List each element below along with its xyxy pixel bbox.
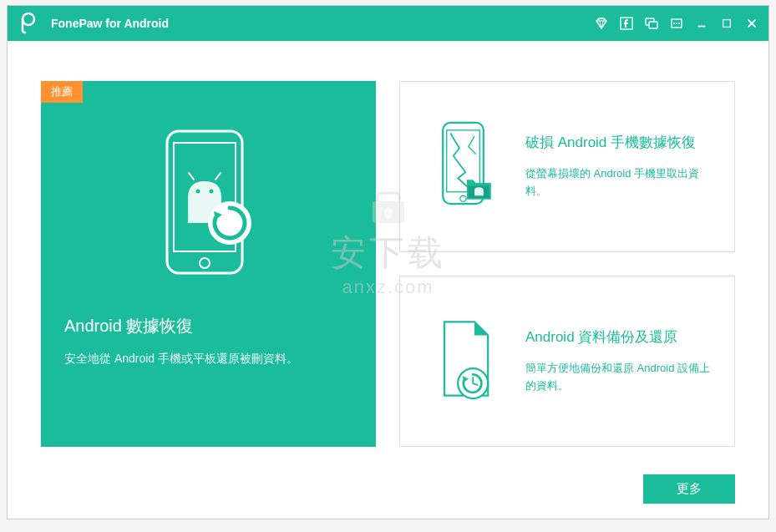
broken-android-recovery-card[interactable]: 破損 Android 手機數據恢復 從螢幕損壞的 Android 手機里取出資料… — [399, 81, 735, 252]
svg-line-18 — [216, 173, 221, 180]
svg-point-16 — [209, 190, 213, 194]
facebook-icon[interactable] — [620, 17, 633, 30]
main-card-text: Android 數據恢復 安全地從 Android 手機或平板還原被刪資料。 — [41, 315, 376, 367]
svg-point-0 — [23, 13, 34, 25]
broken-recovery-description: 從螢幕損壞的 Android 手機里取出資料。 — [525, 165, 718, 200]
main-card-description: 安全地從 Android 手機或平板還原被刪資料。 — [64, 349, 352, 367]
backup-restore-card[interactable]: Android 資料備份及還原 簡單方便地備份和還原 Android 設備上的資… — [399, 276, 735, 447]
svg-point-6 — [676, 23, 677, 24]
svg-rect-9 — [723, 20, 731, 28]
recommended-badge: 推薦 — [41, 81, 83, 103]
content-area: 推薦 Android — [8, 41, 768, 464]
svg-point-15 — [195, 190, 200, 194]
svg-point-5 — [673, 23, 675, 24]
broken-phone-icon — [417, 117, 517, 217]
svg-point-7 — [678, 23, 680, 24]
android-data-recovery-card[interactable]: 推薦 Android — [41, 81, 376, 447]
backup-restore-description: 簡單方便地備份和還原 Android 設備上的資料。 — [525, 360, 718, 395]
diamond-icon[interactable] — [595, 17, 608, 30]
svg-point-22 — [460, 195, 466, 201]
backup-restore-title: Android 資料備份及還原 — [525, 327, 718, 347]
main-card-title: Android 數據恢復 — [64, 315, 352, 337]
svg-point-14 — [200, 258, 210, 268]
side-card-text: 破損 Android 手機數據恢復 從螢幕損壞的 Android 手機里取出資料… — [517, 133, 718, 200]
menu-icon[interactable] — [670, 17, 683, 30]
minimize-icon[interactable] — [695, 17, 708, 30]
chat-icon[interactable] — [645, 17, 658, 30]
titlebar-icons — [595, 17, 758, 30]
phone-recovery-illustration — [41, 81, 376, 315]
app-window: FonePaw for Android — [7, 5, 769, 519]
close-icon[interactable] — [745, 17, 758, 30]
backup-document-icon — [417, 312, 517, 412]
app-logo — [18, 13, 39, 34]
titlebar: FonePaw for Android — [8, 6, 768, 41]
app-title: FonePaw for Android — [51, 17, 595, 30]
side-cards: 破損 Android 手機數據恢復 從螢幕損壞的 Android 手機里取出資料… — [399, 81, 735, 447]
broken-recovery-title: 破損 Android 手機數據恢復 — [525, 133, 718, 152]
svg-line-17 — [189, 173, 194, 180]
more-button-area: 更多 — [643, 474, 735, 504]
side-card-text: Android 資料備份及還原 簡單方便地備份和還原 Android 設備上的資… — [517, 327, 718, 395]
svg-rect-3 — [649, 22, 657, 28]
more-button[interactable]: 更多 — [643, 474, 735, 504]
maximize-icon[interactable] — [720, 17, 733, 30]
